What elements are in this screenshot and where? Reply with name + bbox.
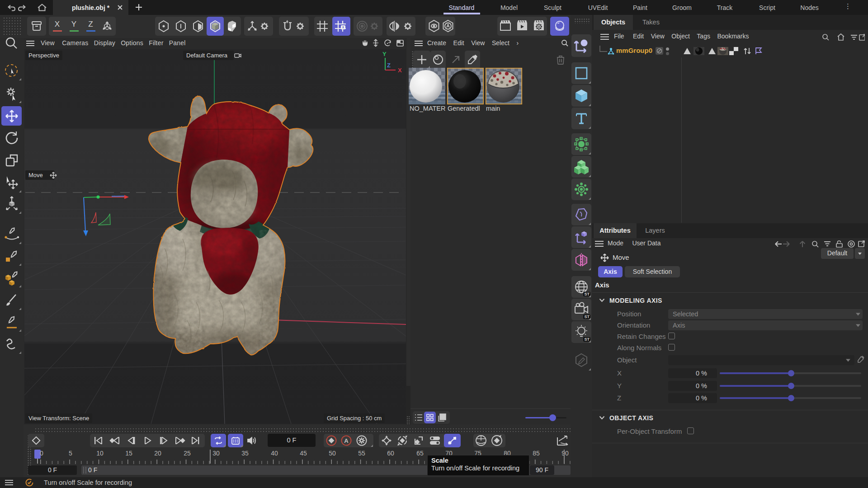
svg-text:Z: Z <box>387 62 391 69</box>
svg-text:Y: Y <box>382 51 387 57</box>
svg-text:A: A <box>344 437 349 444</box>
svg-text:X: X <box>398 67 402 74</box>
